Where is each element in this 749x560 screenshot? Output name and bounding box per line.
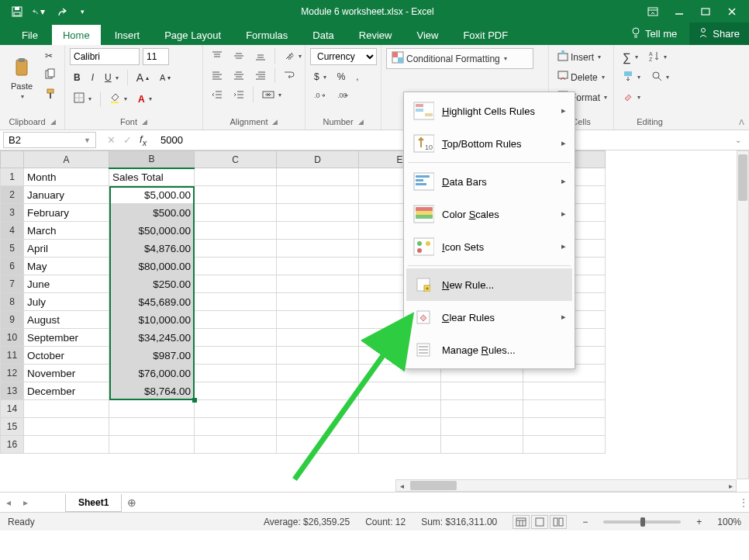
cell-A12[interactable]: November bbox=[24, 365, 109, 382]
tab-formulas[interactable]: Formulas bbox=[235, 25, 299, 45]
cell-A10[interactable]: September bbox=[24, 329, 109, 347]
borders-button[interactable] bbox=[70, 90, 95, 108]
clipboard-dialog-launcher[interactable]: ◢ bbox=[50, 118, 56, 126]
cell-D11[interactable] bbox=[277, 347, 359, 365]
cell-D13[interactable] bbox=[277, 382, 359, 400]
cell-I14[interactable] bbox=[523, 400, 606, 418]
cf-color-scales[interactable]: Color Scales bbox=[406, 198, 572, 230]
cell-D6[interactable] bbox=[277, 258, 359, 275]
prev-sheet-icon[interactable]: ◂ bbox=[0, 497, 17, 508]
tab-review[interactable]: Review bbox=[348, 25, 403, 45]
sort-filter-button[interactable]: AZ bbox=[645, 48, 671, 66]
cells-delete-button[interactable]: Delete bbox=[554, 68, 609, 86]
autosum-button[interactable]: ∑ bbox=[619, 48, 642, 66]
row-header-1[interactable]: 1 bbox=[1, 168, 24, 186]
cell-C11[interactable] bbox=[195, 347, 277, 365]
cell-B5[interactable]: $4,876.00 bbox=[109, 240, 195, 258]
cell-B12[interactable]: $76,000.00 bbox=[109, 365, 195, 382]
tab-file[interactable]: File bbox=[11, 25, 49, 45]
cell-B6[interactable]: $80,000.00 bbox=[109, 258, 195, 275]
fill-color-button[interactable] bbox=[105, 90, 131, 108]
collapse-ribbon-icon[interactable]: ᐱ bbox=[739, 118, 744, 126]
row-header-10[interactable]: 10 bbox=[1, 329, 24, 347]
cell-D1[interactable] bbox=[277, 168, 359, 186]
row-header-5[interactable]: 5 bbox=[1, 240, 24, 258]
zoom-in-icon[interactable]: + bbox=[696, 517, 702, 527]
cell-C4[interactable] bbox=[195, 222, 277, 240]
cancel-formula-icon[interactable]: ✕ bbox=[107, 134, 116, 146]
cell-C8[interactable] bbox=[195, 293, 277, 311]
zoom-slider[interactable] bbox=[603, 520, 681, 524]
cell-C6[interactable] bbox=[195, 258, 277, 275]
row-header-7[interactable]: 7 bbox=[1, 275, 24, 293]
share-button[interactable]: Share bbox=[689, 22, 749, 45]
cell-A1[interactable]: Month bbox=[24, 168, 109, 186]
redo-icon[interactable] bbox=[54, 5, 67, 18]
ribbon-options-icon[interactable] bbox=[647, 5, 659, 18]
zoom-level[interactable]: 100% bbox=[717, 517, 741, 527]
align-center-button[interactable] bbox=[230, 67, 248, 83]
align-bottom-button[interactable] bbox=[251, 48, 270, 64]
cell-C7[interactable] bbox=[195, 275, 277, 293]
cell-C13[interactable] bbox=[195, 382, 277, 400]
cell-C16[interactable] bbox=[195, 436, 277, 454]
paste-button[interactable]: Paste bbox=[5, 48, 39, 109]
row-header-2[interactable]: 2 bbox=[1, 186, 24, 204]
format-painter-button[interactable] bbox=[41, 86, 60, 104]
copy-button[interactable] bbox=[41, 66, 60, 84]
cell-D15[interactable] bbox=[277, 418, 359, 436]
font-size-combo[interactable] bbox=[143, 48, 169, 65]
cell-B9[interactable]: $10,000.00 bbox=[109, 311, 195, 329]
cf-highlight-cells-rules[interactable]: HHighlight Cells Rulesighlight Cells Rul… bbox=[406, 95, 572, 127]
bold-button[interactable]: B bbox=[70, 70, 85, 85]
cut-button[interactable]: ✂ bbox=[41, 48, 60, 64]
alignment-dialog-launcher[interactable]: ◢ bbox=[272, 118, 278, 126]
cell-H16[interactable] bbox=[441, 436, 523, 454]
cell-C3[interactable] bbox=[195, 204, 277, 222]
cell-C15[interactable] bbox=[195, 418, 277, 436]
cell-A3[interactable]: February bbox=[24, 204, 109, 222]
h-scroll-thumb[interactable] bbox=[410, 481, 457, 490]
qat-customize-icon[interactable]: ▾ bbox=[76, 5, 88, 18]
cell-D16[interactable] bbox=[277, 436, 359, 454]
zoom-out-icon[interactable]: − bbox=[582, 517, 588, 527]
col-header-D[interactable]: D bbox=[277, 151, 359, 168]
col-header-A[interactable]: A bbox=[24, 151, 109, 168]
name-box[interactable]: B2▼ bbox=[3, 132, 96, 148]
col-header-C[interactable]: C bbox=[195, 151, 277, 168]
col-header-B[interactable]: B bbox=[109, 151, 195, 168]
cell-B3[interactable]: $500.00 bbox=[109, 204, 195, 222]
row-header-11[interactable]: 11 bbox=[1, 347, 24, 365]
tab-insert[interactable]: Insert bbox=[104, 25, 151, 45]
cell-I15[interactable] bbox=[523, 418, 606, 436]
align-right-button[interactable] bbox=[251, 67, 270, 83]
row-header-12[interactable]: 12 bbox=[1, 365, 24, 382]
cell-A7[interactable]: June bbox=[24, 275, 109, 293]
cell-E16[interactable] bbox=[359, 436, 441, 454]
cell-A8[interactable]: July bbox=[24, 293, 109, 311]
cf-new-rule[interactable]: New Rule... bbox=[406, 268, 572, 301]
wrap-text-button[interactable] bbox=[280, 67, 299, 83]
close-icon[interactable] bbox=[726, 5, 738, 18]
cell-E14[interactable] bbox=[359, 400, 441, 418]
cf-data-bars[interactable]: Data Bars bbox=[406, 165, 572, 198]
cell-A16[interactable] bbox=[24, 436, 109, 454]
increase-font-button[interactable]: A▴ bbox=[133, 69, 153, 86]
cell-C12[interactable] bbox=[195, 365, 277, 382]
horizontal-scrollbar[interactable]: ◂ ▸ bbox=[395, 479, 737, 492]
fill-handle[interactable] bbox=[192, 398, 197, 403]
scroll-left-icon[interactable]: ◂ bbox=[396, 482, 407, 490]
cell-E15[interactable] bbox=[359, 418, 441, 436]
tab-page-layout[interactable]: Page Layout bbox=[154, 25, 232, 45]
cell-C1[interactable] bbox=[195, 168, 277, 186]
minimize-icon[interactable] bbox=[673, 5, 685, 18]
row-header-9[interactable]: 9 bbox=[1, 311, 24, 329]
decrease-indent-button[interactable] bbox=[208, 87, 226, 102]
cell-A5[interactable]: April bbox=[24, 240, 109, 258]
next-sheet-icon[interactable]: ▸ bbox=[17, 497, 34, 508]
align-top-button[interactable] bbox=[208, 48, 226, 64]
number-dialog-launcher[interactable]: ◢ bbox=[358, 118, 364, 126]
cell-B1[interactable]: Sales Total bbox=[109, 168, 195, 186]
expand-formula-bar-icon[interactable]: ⌄ bbox=[727, 136, 749, 144]
cell-A9[interactable]: August bbox=[24, 311, 109, 329]
